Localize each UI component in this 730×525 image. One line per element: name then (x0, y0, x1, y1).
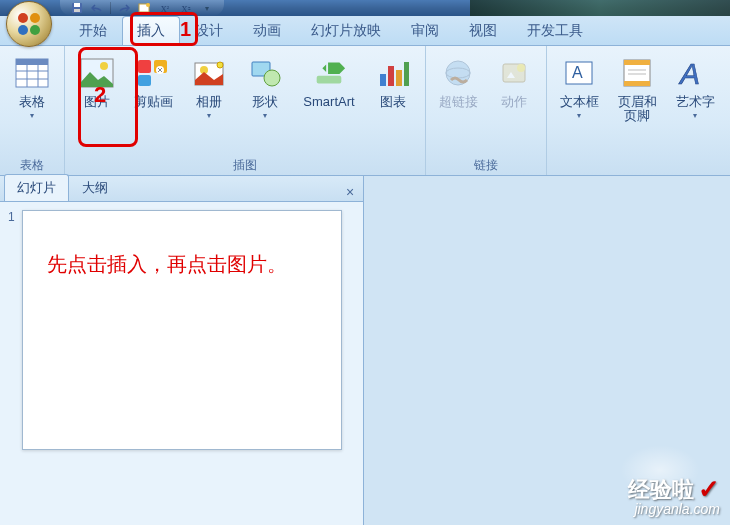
side-tab-outline[interactable]: 大纲 (69, 174, 121, 201)
hyperlink-icon (440, 55, 476, 91)
hyperlink-button: 超链接 (432, 50, 484, 114)
table-button[interactable]: 表格 ▾ (6, 50, 58, 125)
close-icon[interactable]: × (341, 183, 359, 201)
group-label-tables: 表格 (6, 157, 58, 175)
header-footer-label: 页眉和页脚 (618, 95, 657, 124)
tab-slideshow[interactable]: 幻灯片放映 (296, 16, 396, 45)
ribbon-group-illustrations: 图片 剪贴画 相册 ▾ 形状 ▾ SmartArt 图表 (65, 46, 426, 175)
svg-text:A: A (678, 57, 700, 90)
ribbon: 表格 ▾ 表格 图片 剪贴画 相册 ▾ 形状 ▾ (0, 46, 730, 176)
undo-icon[interactable] (89, 1, 107, 15)
svg-point-8 (30, 25, 40, 35)
tab-insert[interactable]: 插入 (122, 16, 180, 45)
header-footer-button[interactable]: 页眉和页脚 (609, 50, 665, 129)
tab-home[interactable]: 开始 (64, 16, 122, 45)
svg-rect-2 (74, 9, 80, 12)
action-button: 动作 (488, 50, 540, 114)
ribbon-tabs: 开始 插入 设计 动画 幻灯片放映 审阅 视图 开发工具 (0, 16, 730, 46)
svg-point-5 (18, 13, 28, 23)
superscript-icon[interactable]: x² (156, 1, 174, 15)
dropdown-arrow-icon: ▾ (207, 111, 211, 120)
redo-icon[interactable] (114, 1, 132, 15)
svg-rect-39 (624, 81, 650, 86)
dropdown-arrow-icon: ▾ (30, 111, 34, 120)
chart-label: 图表 (380, 95, 406, 109)
table-icon (14, 55, 50, 91)
shapes-icon (247, 55, 283, 91)
dropdown-arrow-icon: ▾ (577, 111, 581, 120)
smartart-label: SmartArt (303, 95, 354, 109)
subscript-icon[interactable]: x₂ (177, 1, 195, 15)
side-tab-slides[interactable]: 幻灯片 (4, 174, 69, 201)
side-tabs: 幻灯片 大纲 × (0, 176, 363, 202)
textbox-label: 文本框 (560, 95, 599, 109)
office-logo-icon (15, 10, 43, 38)
table-label: 表格 (19, 95, 45, 109)
svg-text:A: A (572, 64, 583, 81)
tab-view[interactable]: 视图 (454, 16, 512, 45)
separator (110, 2, 111, 14)
album-button[interactable]: 相册 ▾ (183, 50, 235, 125)
tab-developer[interactable]: 开发工具 (512, 16, 598, 45)
svg-rect-30 (404, 62, 409, 86)
clipart-label: 剪贴画 (134, 95, 173, 109)
thumbnail-item: 1 先点击插入，再点击图片。 (8, 210, 355, 450)
titlebar-background-blur (470, 0, 730, 16)
svg-point-6 (30, 13, 40, 23)
tab-animations[interactable]: 动画 (238, 16, 296, 45)
slide-thumbnail[interactable]: 先点击插入，再点击图片。 (22, 210, 342, 450)
slide-text-content: 先点击插入，再点击图片。 (47, 251, 317, 278)
svg-rect-38 (624, 60, 650, 65)
annotation-number-1: 1 (180, 18, 191, 41)
textbox-icon: A (561, 55, 597, 91)
svg-point-4 (146, 3, 150, 7)
svg-rect-19 (138, 75, 151, 86)
dropdown-arrow-icon: ▾ (693, 111, 697, 120)
svg-rect-10 (16, 59, 48, 65)
svg-point-23 (217, 62, 223, 68)
svg-point-34 (517, 64, 525, 72)
ribbon-group-text: A 文本框 ▾ 页眉和页脚 A 艺术字 ▾ (547, 46, 727, 175)
wordart-button[interactable]: A 艺术字 ▾ (669, 50, 721, 125)
svg-point-16 (100, 62, 108, 70)
clipart-button[interactable]: 剪贴画 (127, 50, 179, 114)
watermark-url: jingyanla.com (628, 501, 720, 517)
svg-rect-26 (317, 76, 342, 84)
header-footer-icon (619, 55, 655, 91)
qat-dropdown-icon[interactable]: ▾ (198, 1, 216, 15)
wordart-icon: A (677, 55, 713, 91)
group-label-illustrations: 插图 (71, 157, 419, 175)
svg-point-25 (264, 70, 280, 86)
action-label: 动作 (501, 95, 527, 109)
smartart-button[interactable]: SmartArt (295, 50, 363, 114)
office-button[interactable] (6, 1, 52, 47)
quick-access-toolbar: x² x₂ ▾ (60, 0, 224, 16)
new-slide-icon[interactable] (135, 1, 153, 15)
group-label-links: 链接 (432, 157, 540, 175)
ribbon-group-tables: 表格 ▾ 表格 (0, 46, 65, 175)
chart-icon (375, 55, 411, 91)
group-label-text (553, 157, 721, 175)
watermark: 经验啦 ✓ jingyanla.com (628, 474, 720, 517)
shapes-label: 形状 (252, 95, 278, 109)
action-icon (496, 55, 532, 91)
textbox-button[interactable]: A 文本框 ▾ (553, 50, 605, 125)
album-label: 相册 (196, 95, 222, 109)
album-icon (191, 55, 227, 91)
dropdown-arrow-icon: ▾ (263, 111, 267, 120)
svg-rect-29 (396, 70, 402, 86)
svg-rect-28 (388, 66, 394, 86)
tab-review[interactable]: 审阅 (396, 16, 454, 45)
chart-button[interactable]: 图表 (367, 50, 419, 114)
annotation-number-2: 2 (94, 82, 106, 108)
slides-panel: 幻灯片 大纲 × 1 先点击插入，再点击图片。 (0, 176, 364, 525)
clipart-icon (135, 55, 171, 91)
save-icon[interactable] (68, 1, 86, 15)
thumbnails-list: 1 先点击插入，再点击图片。 (0, 202, 363, 525)
svg-point-7 (18, 25, 28, 35)
slide-number: 1 (8, 210, 18, 450)
smartart-icon (311, 55, 347, 91)
svg-rect-27 (380, 74, 386, 86)
hyperlink-label: 超链接 (439, 95, 478, 109)
shapes-button[interactable]: 形状 ▾ (239, 50, 291, 125)
